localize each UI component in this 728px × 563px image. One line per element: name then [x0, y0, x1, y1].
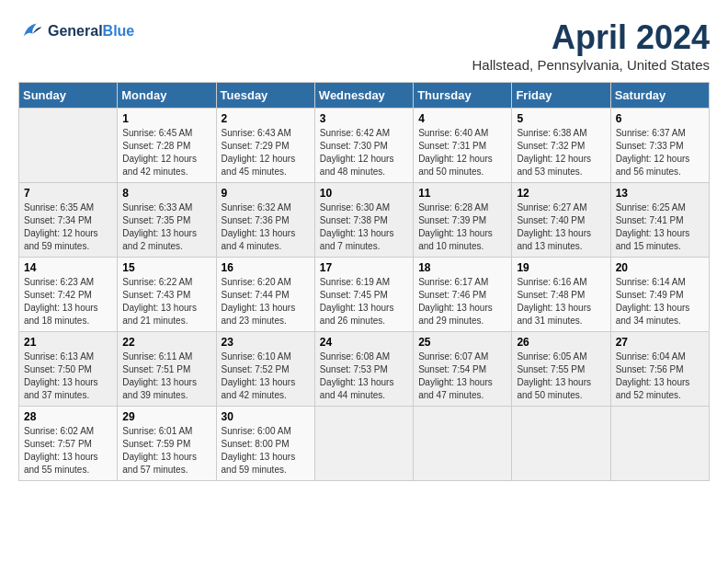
- day-number: 26: [517, 336, 605, 349]
- calendar-day-cell: 7Sunrise: 6:35 AM Sunset: 7:34 PM Daylig…: [19, 183, 118, 258]
- calendar-day-cell: 9Sunrise: 6:32 AM Sunset: 7:36 PM Daylig…: [216, 183, 314, 258]
- day-number: 17: [320, 261, 408, 274]
- day-info: Sunrise: 6:43 AM Sunset: 7:29 PM Dayligh…: [222, 127, 310, 178]
- calendar-day-cell: 26Sunrise: 6:05 AM Sunset: 7:55 PM Dayli…: [512, 332, 610, 407]
- calendar-day-cell: 13Sunrise: 6:25 AM Sunset: 7:41 PM Dayli…: [610, 183, 709, 258]
- calendar-day-cell: [414, 407, 512, 481]
- day-info: Sunrise: 6:37 AM Sunset: 7:33 PM Dayligh…: [616, 127, 704, 178]
- calendar-day-cell: 30Sunrise: 6:00 AM Sunset: 8:00 PM Dayli…: [216, 407, 314, 481]
- day-info: Sunrise: 6:11 AM Sunset: 7:51 PM Dayligh…: [122, 350, 210, 402]
- day-number: 16: [222, 261, 310, 274]
- calendar-day-cell: 4Sunrise: 6:40 AM Sunset: 7:31 PM Daylig…: [414, 109, 512, 183]
- day-number: 25: [418, 336, 506, 349]
- day-info: Sunrise: 6:33 AM Sunset: 7:35 PM Dayligh…: [122, 201, 210, 253]
- calendar-day-cell: 1Sunrise: 6:45 AM Sunset: 7:28 PM Daylig…: [118, 109, 216, 183]
- calendar-day-header: Saturday: [610, 83, 709, 109]
- day-info: Sunrise: 6:35 AM Sunset: 7:34 PM Dayligh…: [24, 201, 112, 253]
- day-info: Sunrise: 6:45 AM Sunset: 7:28 PM Dayligh…: [122, 127, 210, 178]
- calendar-day-cell: 5Sunrise: 6:38 AM Sunset: 7:32 PM Daylig…: [512, 109, 610, 183]
- calendar-day-cell: 2Sunrise: 6:43 AM Sunset: 7:29 PM Daylig…: [216, 109, 314, 183]
- calendar-table: SundayMondayTuesdayWednesdayThursdayFrid…: [18, 82, 710, 481]
- day-number: 14: [24, 261, 112, 274]
- calendar-day-cell: 21Sunrise: 6:13 AM Sunset: 7:50 PM Dayli…: [19, 332, 118, 407]
- calendar-week-row: 1Sunrise: 6:45 AM Sunset: 7:28 PM Daylig…: [19, 109, 710, 183]
- day-info: Sunrise: 6:19 AM Sunset: 7:45 PM Dayligh…: [320, 276, 408, 327]
- day-info: Sunrise: 6:42 AM Sunset: 7:30 PM Dayligh…: [320, 127, 408, 178]
- logo: GeneralBlue: [18, 18, 134, 44]
- calendar-day-cell: [314, 407, 413, 481]
- calendar-week-row: 14Sunrise: 6:23 AM Sunset: 7:42 PM Dayli…: [19, 258, 710, 332]
- day-number: 1: [122, 112, 210, 125]
- day-info: Sunrise: 6:08 AM Sunset: 7:53 PM Dayligh…: [320, 350, 408, 402]
- day-number: 6: [616, 112, 704, 125]
- day-info: Sunrise: 6:00 AM Sunset: 8:00 PM Dayligh…: [222, 425, 310, 477]
- calendar-day-header: Wednesday: [314, 83, 413, 109]
- calendar-week-row: 21Sunrise: 6:13 AM Sunset: 7:50 PM Dayli…: [19, 332, 710, 407]
- calendar-day-cell: 29Sunrise: 6:01 AM Sunset: 7:59 PM Dayli…: [118, 407, 216, 481]
- calendar-day-cell: 18Sunrise: 6:17 AM Sunset: 7:46 PM Dayli…: [414, 258, 512, 332]
- day-number: 23: [222, 336, 310, 349]
- calendar-day-header: Tuesday: [216, 83, 314, 109]
- day-number: 11: [418, 187, 506, 200]
- day-info: Sunrise: 6:22 AM Sunset: 7:43 PM Dayligh…: [122, 276, 210, 327]
- day-number: 22: [122, 336, 210, 349]
- page-header: GeneralBlue April 2024 Hallstead, Pennsy…: [18, 18, 710, 73]
- day-number: 2: [222, 112, 310, 125]
- location: Hallstead, Pennsylvania, United States: [472, 57, 710, 73]
- calendar-week-row: 7Sunrise: 6:35 AM Sunset: 7:34 PM Daylig…: [19, 183, 710, 258]
- logo-icon: [18, 18, 44, 44]
- calendar-day-cell: 15Sunrise: 6:22 AM Sunset: 7:43 PM Dayli…: [118, 258, 216, 332]
- calendar-day-header: Sunday: [19, 83, 118, 109]
- calendar-header-row: SundayMondayTuesdayWednesdayThursdayFrid…: [19, 83, 710, 109]
- day-number: 15: [122, 261, 210, 274]
- day-number: 27: [616, 336, 704, 349]
- day-info: Sunrise: 6:01 AM Sunset: 7:59 PM Dayligh…: [122, 425, 210, 477]
- title-section: April 2024 Hallstead, Pennsylvania, Unit…: [472, 18, 710, 73]
- day-info: Sunrise: 6:04 AM Sunset: 7:56 PM Dayligh…: [616, 350, 704, 402]
- day-number: 28: [24, 410, 112, 423]
- day-info: Sunrise: 6:20 AM Sunset: 7:44 PM Dayligh…: [222, 276, 310, 327]
- day-info: Sunrise: 6:23 AM Sunset: 7:42 PM Dayligh…: [24, 276, 112, 327]
- calendar-day-header: Friday: [512, 83, 610, 109]
- calendar-day-cell: 12Sunrise: 6:27 AM Sunset: 7:40 PM Dayli…: [512, 183, 610, 258]
- day-number: 10: [320, 187, 408, 200]
- day-number: 20: [616, 261, 704, 274]
- calendar-day-cell: 25Sunrise: 6:07 AM Sunset: 7:54 PM Dayli…: [414, 332, 512, 407]
- day-number: 19: [517, 261, 605, 274]
- calendar-day-cell: 6Sunrise: 6:37 AM Sunset: 7:33 PM Daylig…: [610, 109, 709, 183]
- day-info: Sunrise: 6:32 AM Sunset: 7:36 PM Dayligh…: [222, 201, 310, 253]
- calendar-day-cell: 19Sunrise: 6:16 AM Sunset: 7:48 PM Dayli…: [512, 258, 610, 332]
- calendar-day-cell: [19, 109, 118, 183]
- day-number: 12: [517, 187, 605, 200]
- calendar-day-cell: 8Sunrise: 6:33 AM Sunset: 7:35 PM Daylig…: [118, 183, 216, 258]
- day-number: 8: [122, 187, 210, 200]
- calendar-day-cell: 27Sunrise: 6:04 AM Sunset: 7:56 PM Dayli…: [610, 332, 709, 407]
- day-info: Sunrise: 6:07 AM Sunset: 7:54 PM Dayligh…: [418, 350, 506, 402]
- calendar-day-cell: 28Sunrise: 6:02 AM Sunset: 7:57 PM Dayli…: [19, 407, 118, 481]
- day-number: 9: [222, 187, 310, 200]
- day-info: Sunrise: 6:05 AM Sunset: 7:55 PM Dayligh…: [517, 350, 605, 402]
- day-info: Sunrise: 6:27 AM Sunset: 7:40 PM Dayligh…: [517, 201, 605, 253]
- day-info: Sunrise: 6:40 AM Sunset: 7:31 PM Dayligh…: [418, 127, 506, 178]
- logo-text: GeneralBlue: [48, 23, 134, 40]
- day-number: 30: [222, 410, 310, 423]
- calendar-day-cell: 23Sunrise: 6:10 AM Sunset: 7:52 PM Dayli…: [216, 332, 314, 407]
- calendar-day-cell: 16Sunrise: 6:20 AM Sunset: 7:44 PM Dayli…: [216, 258, 314, 332]
- day-number: 18: [418, 261, 506, 274]
- calendar-day-cell: 10Sunrise: 6:30 AM Sunset: 7:38 PM Dayli…: [314, 183, 413, 258]
- calendar-day-cell: 14Sunrise: 6:23 AM Sunset: 7:42 PM Dayli…: [19, 258, 118, 332]
- day-info: Sunrise: 6:14 AM Sunset: 7:49 PM Dayligh…: [616, 276, 704, 327]
- calendar-day-header: Monday: [118, 83, 216, 109]
- day-number: 21: [24, 336, 112, 349]
- day-number: 7: [24, 187, 112, 200]
- day-info: Sunrise: 6:30 AM Sunset: 7:38 PM Dayligh…: [320, 201, 408, 253]
- day-info: Sunrise: 6:02 AM Sunset: 7:57 PM Dayligh…: [24, 425, 112, 477]
- day-number: 13: [616, 187, 704, 200]
- day-info: Sunrise: 6:38 AM Sunset: 7:32 PM Dayligh…: [517, 127, 605, 178]
- calendar-week-row: 28Sunrise: 6:02 AM Sunset: 7:57 PM Dayli…: [19, 407, 710, 481]
- calendar-day-cell: 20Sunrise: 6:14 AM Sunset: 7:49 PM Dayli…: [610, 258, 709, 332]
- month-title: April 2024: [472, 18, 710, 57]
- day-number: 5: [517, 112, 605, 125]
- calendar-day-cell: 24Sunrise: 6:08 AM Sunset: 7:53 PM Dayli…: [314, 332, 413, 407]
- calendar-day-cell: 3Sunrise: 6:42 AM Sunset: 7:30 PM Daylig…: [314, 109, 413, 183]
